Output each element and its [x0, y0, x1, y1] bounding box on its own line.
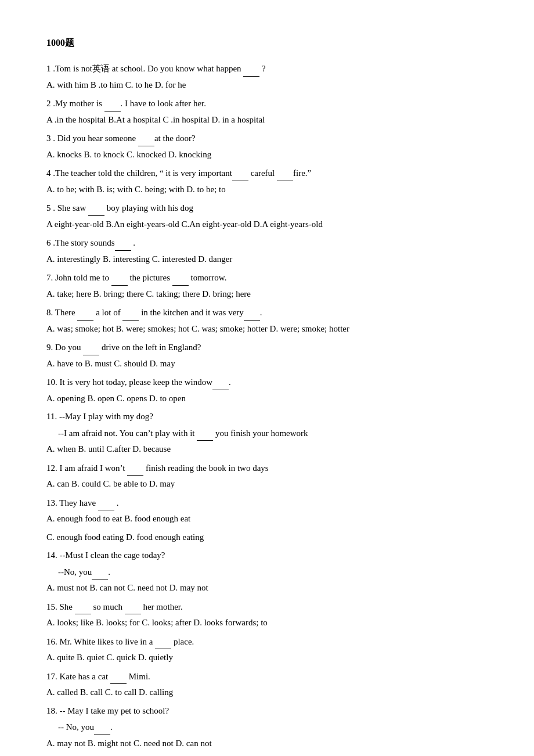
q15-options: A. looks; like B. looks; for C. looks; a… [46, 615, 488, 631]
question-list: 1 .Tom is not英语 at school. Do you know w… [46, 61, 488, 756]
q17-options: A. called B. call C. to call D. calling [46, 685, 488, 700]
q14-options: A. must not B. can not C. need not D. ma… [46, 581, 488, 596]
q6-options: A. interestingly B. interesting C. inter… [46, 252, 488, 267]
question-16: 16. Mr. White likes to live in a place. … [46, 634, 488, 665]
q10-options: A. opening B. open C. opens D. to open [46, 391, 488, 406]
q4-options: A. to be; with B. is; with C. being; wit… [46, 182, 488, 197]
question-2: 2 .My mother is . I have to look after h… [46, 96, 488, 127]
q2-options: A .in the hospital B.At a hospital C .in… [46, 113, 488, 128]
question-13: 13. They have . A. enough food to eat B.… [46, 495, 488, 545]
question-5: 5 . She saw boy playing with his dog A e… [46, 200, 488, 232]
page-title: 1000题 [46, 35, 488, 51]
question-14: 14. --Must I clean the cage today? --No,… [46, 548, 488, 596]
q12-options: A. can B. could C. be able to D. may [46, 477, 488, 492]
q3-options: A. knocks B. to knock C. knocked D. knoc… [46, 147, 488, 163]
question-3: 3 . Did you hear someone at the door? A.… [46, 131, 488, 162]
question-1: 1 .Tom is not英语 at school. Do you know w… [46, 61, 488, 92]
q5-options: A eight-year-old B.An eight-years-old C.… [46, 217, 488, 232]
question-6: 6 .The story sounds . A. interestingly B… [46, 235, 488, 267]
q13-options-cd: C. enough food eating D. food enough eat… [46, 530, 488, 545]
question-15: 15. She so much her mother. A. looks; li… [46, 599, 488, 631]
q11-options: A. when B. until C.after D. because [46, 442, 488, 457]
question-11: 11. --May I play with my dog? --I am afr… [46, 409, 488, 457]
question-4: 4 .The teacher told the children, “ it i… [46, 165, 488, 197]
question-17: 17. Kate has a cat Mimi. A. called B. ca… [46, 669, 488, 700]
q16-options: A. quite B. quiet C. quick D. quietly [46, 650, 488, 665]
question-8: 8. There a lot of in the kitchen and it … [46, 305, 488, 336]
q13-options-ab: A. enough food to eat B. food enough eat [46, 512, 488, 527]
question-18: 18. -- May I take my pet to school? -- N… [46, 704, 488, 751]
question-9: 9. Do you drive on the left in England? … [46, 340, 488, 371]
q9-options: A. have to B. must C. should D. may [46, 357, 488, 372]
q8-options: A. was; smoke; hot B. were; smokes; hot … [46, 322, 488, 337]
q18-options: A. may not B. might not C. need not D. c… [46, 736, 488, 751]
q7-options: A. take; here B. bring; there C. taking;… [46, 287, 488, 302]
question-7: 7. John told me to the pictures tomorrow… [46, 270, 488, 301]
q1-options: A. with him B .to him C. to he D. for he [46, 78, 488, 93]
question-10: 10. It is very hot today, please keep th… [46, 375, 488, 406]
question-12: 12. I am afraid I won’t finish reading t… [46, 460, 488, 492]
